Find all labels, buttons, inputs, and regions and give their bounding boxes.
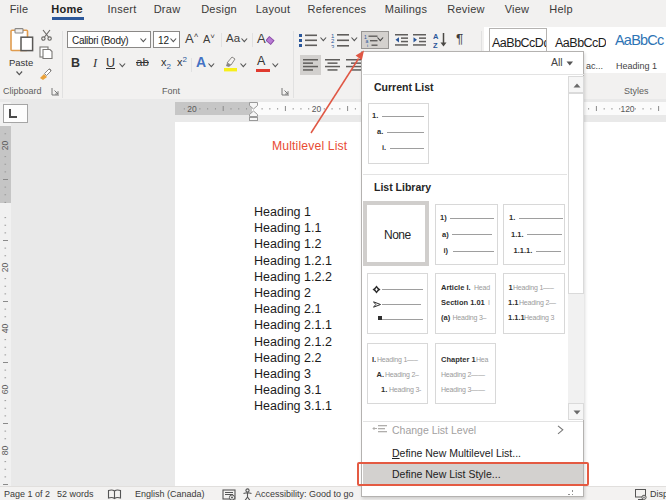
svg-text:20: 20 (312, 104, 322, 114)
svg-text:120: 120 (620, 104, 634, 114)
svg-text:3: 3 (331, 44, 335, 49)
svg-text:40: 40 (0, 324, 10, 334)
svg-text:60: 60 (0, 385, 10, 395)
svg-text:i: i (367, 43, 368, 48)
svg-text:20: 20 (0, 263, 10, 273)
svg-text:80: 80 (0, 446, 10, 456)
svg-text:Z: Z (433, 41, 438, 49)
svg-text:20: 20 (0, 141, 10, 151)
svg-text:20: 20 (187, 104, 197, 114)
